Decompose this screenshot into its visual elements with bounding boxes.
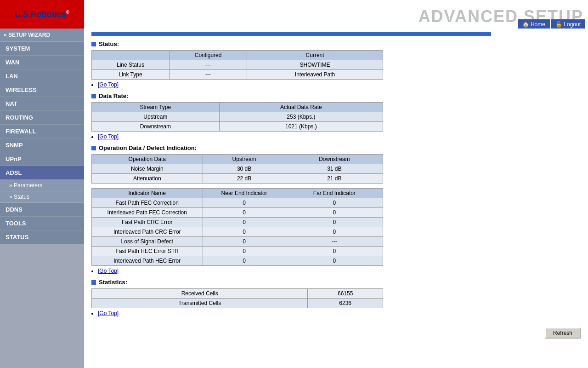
data-rate-goto-top[interactable]: [Go Top] [98,133,119,140]
table-row: Attenuation 22 dB 21 dB [92,174,383,184]
fast-hec-near: 0 [203,247,286,256]
transmitted-cells-value: 6236 [308,299,383,308]
interleaved-fec-far: 0 [286,208,383,218]
data-rate-title: Data Rate: [99,92,128,99]
data-rate-table: Stream Type Actual Data Rate Upstream 25… [91,102,383,132]
status-title: Status: [99,40,119,47]
interleaved-crc-label: Interleaved Path CRC Error [92,227,203,237]
sidebar: » SETUP WIZARD SYSTEM WAN LAN WIRELESS N… [0,29,84,368]
status-header-configured: Configured [170,51,247,60]
sidebar-item-ddns[interactable]: DDNS [0,203,84,217]
sidebar-item-setup-wizard[interactable]: » SETUP WIZARD [0,29,84,42]
operation-table2: Indicator Name Near End Indicator Far En… [91,188,383,266]
line-status-configured: --- [170,60,247,70]
table-row: Received Cells 66155 [92,289,383,299]
received-cells-value: 66155 [308,289,383,299]
loss-signal-label: Loss of Signal Defect [92,237,203,247]
content-area: Status: Configured Current Line Status -… [84,29,588,368]
sidebar-item-tools[interactable]: TOOLS [0,217,84,230]
statistics-title: Statistics: [99,279,127,286]
table-row: Upstream 253 (Kbps.) [92,112,383,122]
refresh-area: Refresh [91,320,581,339]
link-type-configured: --- [170,70,247,80]
far-end-header: Far End Indicator [286,189,383,198]
sidebar-subitem-parameters[interactable]: » Parameters [0,180,84,191]
line-status-current: SHOWTIME [247,60,383,70]
statistics-goto-top[interactable]: [Go Top] [98,310,119,316]
interleaved-hec-label: Interleaved Path HEC Error [92,256,203,266]
sidebar-subitem-status[interactable]: » Status [0,191,84,203]
operation-section-header: Operation Data / Defect Indication: [91,144,581,151]
upstream-rate: 253 (Kbps.) [219,112,383,122]
noise-margin-upstream: 30 dB [203,164,286,174]
status-header-current: Current [247,51,383,60]
statistics-table: Received Cells 66155 Transmitted Cells 6… [91,288,383,308]
data-rate-square-icon [91,94,96,98]
fast-path-crc-near: 0 [203,218,286,227]
operation-title: Operation Data / Defect Indication: [99,144,197,151]
status-goto-top[interactable]: [Go Top] [98,81,119,88]
noise-margin-label: Noise Margin [92,164,203,174]
sidebar-item-snmp[interactable]: SNMP [0,138,84,152]
sidebar-item-firewall[interactable]: FIREWALL [0,125,84,138]
sidebar-item-system[interactable]: SYSTEM [0,42,84,56]
data-rate-section-header: Data Rate: [91,92,581,99]
sidebar-item-status[interactable]: STATUS [0,230,84,244]
interleaved-crc-far: 0 [286,227,383,237]
line-status-label: Line Status [92,60,170,70]
logout-button[interactable]: 🔓 Logout [551,19,585,29]
op-data-header: Operation Data [92,155,203,164]
table-row: Line Status --- SHOWTIME [92,60,383,70]
interleaved-hec-near: 0 [203,256,286,266]
status-header-empty [92,51,170,60]
indicator-name-header: Indicator Name [92,189,203,198]
sidebar-item-wireless[interactable]: WIRELESS [0,83,84,97]
sidebar-item-nat[interactable]: NAT [0,97,84,111]
table-row: Noise Margin 30 dB 31 dB [92,164,383,174]
status-square-icon [91,42,96,46]
refresh-button[interactable]: Refresh [545,328,581,339]
fast-path-fec-near: 0 [203,198,286,208]
near-end-header: Near End Indicator [203,189,286,198]
fast-path-crc-far: 0 [286,218,383,227]
noise-margin-downstream: 31 dB [286,164,383,174]
table-row: Fast Path FEC Correction 0 0 [92,198,383,208]
downstream-label: Downstream [92,122,220,132]
downstream-header: Downstream [286,155,383,164]
operation-goto-top[interactable]: [Go Top] [98,268,119,274]
home-button[interactable]: 🏠 Home [518,19,550,29]
attenuation-label: Attenuation [92,174,203,184]
sidebar-item-wan[interactable]: WAN [0,56,84,69]
attenuation-upstream: 22 dB [203,174,286,184]
interleaved-hec-far: 0 [286,256,383,266]
fast-path-crc-label: Fast Path CRC Error [92,218,203,227]
logo-text: U.S.Robotics® [15,10,69,19]
loss-signal-far: --- [286,237,383,247]
table-row: Transmitted Cells 6236 [92,299,383,308]
fast-path-fec-label: Fast Path FEC Correction [92,198,203,208]
sidebar-item-upnp[interactable]: UPnP [0,152,84,166]
link-type-label: Link Type [92,70,170,80]
sidebar-item-lan[interactable]: LAN [0,69,84,83]
table-row: Link Type --- Interleaved Path [92,70,383,80]
statistics-section-header: Statistics: [91,279,581,286]
transmitted-cells-label: Transmitted Cells [92,299,308,308]
sidebar-item-routing[interactable]: ROUTING [0,111,84,125]
status-section-header: Status: [91,40,581,47]
operation-table1: Operation Data Upstream Downstream Noise… [91,154,383,184]
link-type-current: Interleaved Path [247,70,383,80]
statistics-square-icon [91,280,96,285]
attenuation-downstream: 21 dB [286,174,383,184]
received-cells-label: Received Cells [92,289,308,299]
loss-signal-near: 0 [203,237,286,247]
title-area: ADVANCED SETUP [84,0,588,29]
fast-path-fec-far: 0 [286,198,383,208]
interleaved-fec-near: 0 [203,208,286,218]
blue-bar [91,32,491,36]
fast-hec-far: 0 [286,247,383,256]
sidebar-item-adsl[interactable]: ADSL [0,166,84,180]
table-row: Loss of Signal Defect 0 --- [92,237,383,247]
table-row: Interleaved Path HEC Error 0 0 [92,256,383,266]
upstream-header: Upstream [203,155,286,164]
table-row: Downstream 1021 (Kbps.) [92,122,383,132]
